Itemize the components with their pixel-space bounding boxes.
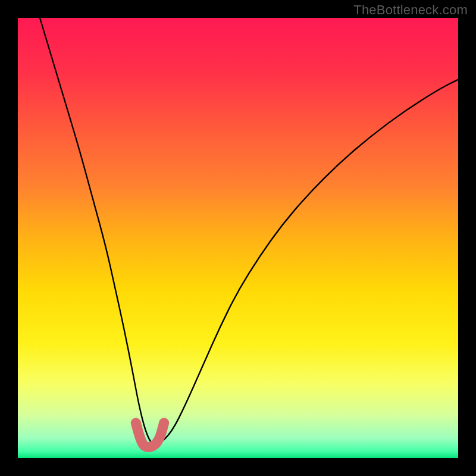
watermark-text: TheBottleneck.com [353, 2, 468, 18]
good-fit-highlight [136, 423, 164, 447]
curve-layer [18, 18, 458, 458]
bottleneck-curve [40, 18, 458, 445]
plot-area [18, 18, 458, 458]
